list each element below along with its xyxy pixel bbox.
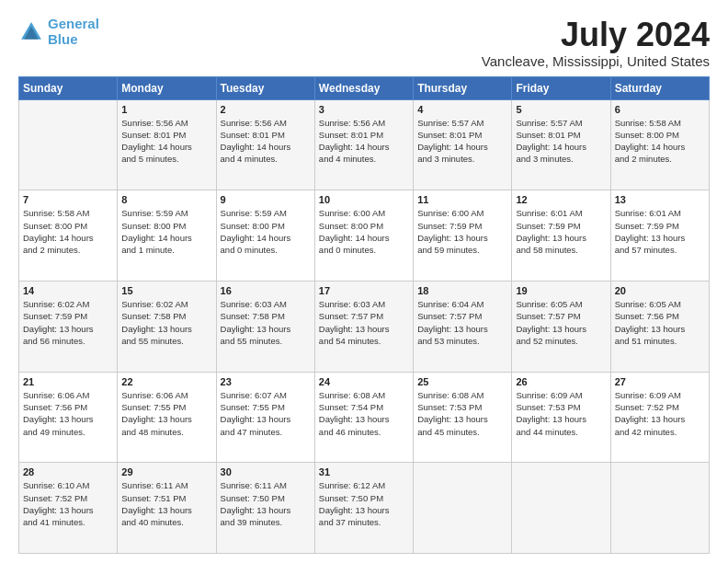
day-number: 15	[121, 285, 211, 296]
day-info: Sunrise: 5:57 AM Sunset: 8:01 PM Dayligh…	[417, 117, 507, 166]
day-number: 30	[221, 466, 311, 477]
day-info: Sunrise: 6:03 AM Sunset: 7:58 PM Dayligh…	[221, 298, 311, 347]
day-number: 5	[516, 104, 606, 115]
day-info: Sunrise: 5:59 AM Sunset: 8:00 PM Dayligh…	[221, 207, 311, 256]
day-info: Sunrise: 6:09 AM Sunset: 7:53 PM Dayligh…	[516, 389, 606, 438]
calendar-cell: 13Sunrise: 6:01 AM Sunset: 7:59 PM Dayli…	[610, 190, 709, 282]
logo-icon	[18, 19, 44, 45]
calendar-cell: 7Sunrise: 5:58 AM Sunset: 8:00 PM Daylig…	[19, 190, 118, 282]
calendar-cell: 26Sunrise: 6:09 AM Sunset: 7:53 PM Dayli…	[512, 372, 610, 463]
main-title: July 2024	[482, 17, 710, 53]
day-number: 18	[417, 285, 507, 296]
day-info: Sunrise: 5:56 AM Sunset: 8:01 PM Dayligh…	[221, 117, 311, 166]
calendar-cell: 25Sunrise: 6:08 AM Sunset: 7:53 PM Dayli…	[414, 372, 512, 463]
calendar-cell	[19, 99, 118, 190]
logo-line2: Blue	[48, 31, 78, 47]
day-info: Sunrise: 6:11 AM Sunset: 7:51 PM Dayligh…	[121, 479, 211, 528]
day-number: 1	[121, 104, 211, 115]
day-number: 12	[516, 194, 606, 205]
day-number: 26	[516, 376, 606, 387]
calendar-cell: 15Sunrise: 6:02 AM Sunset: 7:58 PM Dayli…	[118, 281, 216, 372]
header: General Blue July 2024 Vancleave, Missis…	[18, 17, 710, 69]
calendar-cell: 2Sunrise: 5:56 AM Sunset: 8:01 PM Daylig…	[216, 99, 314, 190]
calendar-cell: 24Sunrise: 6:08 AM Sunset: 7:54 PM Dayli…	[314, 372, 413, 463]
day-info: Sunrise: 5:57 AM Sunset: 8:01 PM Dayligh…	[516, 117, 606, 166]
day-info: Sunrise: 6:05 AM Sunset: 7:56 PM Dayligh…	[615, 298, 705, 347]
calendar-cell: 17Sunrise: 6:03 AM Sunset: 7:57 PM Dayli…	[314, 281, 413, 372]
calendar-week-row: 14Sunrise: 6:02 AM Sunset: 7:59 PM Dayli…	[19, 281, 710, 372]
day-info: Sunrise: 6:07 AM Sunset: 7:55 PM Dayligh…	[221, 389, 311, 438]
day-header-row: SundayMondayTuesdayWednesdayThursdayFrid…	[19, 76, 710, 99]
calendar-cell: 5Sunrise: 5:57 AM Sunset: 8:01 PM Daylig…	[512, 99, 610, 190]
logo-line1: General	[48, 16, 99, 31]
calendar-cell: 9Sunrise: 5:59 AM Sunset: 8:00 PM Daylig…	[216, 190, 314, 282]
day-number: 6	[615, 104, 705, 115]
day-number: 28	[23, 466, 113, 477]
day-info: Sunrise: 5:58 AM Sunset: 8:00 PM Dayligh…	[23, 207, 113, 256]
day-info: Sunrise: 6:09 AM Sunset: 7:52 PM Dayligh…	[615, 389, 705, 438]
day-number: 20	[615, 285, 705, 296]
day-info: Sunrise: 6:08 AM Sunset: 7:53 PM Dayligh…	[417, 389, 507, 438]
page: General Blue July 2024 Vancleave, Missis…	[0, 0, 728, 563]
calendar-cell: 20Sunrise: 6:05 AM Sunset: 7:56 PM Dayli…	[610, 281, 709, 372]
day-number: 8	[121, 194, 211, 205]
calendar-cell: 28Sunrise: 6:10 AM Sunset: 7:52 PM Dayli…	[19, 463, 118, 554]
calendar-cell: 18Sunrise: 6:04 AM Sunset: 7:57 PM Dayli…	[414, 281, 512, 372]
day-number: 27	[615, 376, 705, 387]
calendar-cell: 12Sunrise: 6:01 AM Sunset: 7:59 PM Dayli…	[512, 190, 610, 282]
calendar-week-row: 1Sunrise: 5:56 AM Sunset: 8:01 PM Daylig…	[19, 99, 710, 190]
day-info: Sunrise: 6:12 AM Sunset: 7:50 PM Dayligh…	[319, 479, 409, 528]
day-of-week-header: Tuesday	[216, 76, 314, 99]
day-info: Sunrise: 6:06 AM Sunset: 7:56 PM Dayligh…	[23, 389, 113, 438]
day-info: Sunrise: 6:01 AM Sunset: 7:59 PM Dayligh…	[516, 207, 606, 256]
calendar-cell: 10Sunrise: 6:00 AM Sunset: 8:00 PM Dayli…	[314, 190, 413, 282]
day-of-week-header: Monday	[118, 76, 216, 99]
day-number: 14	[23, 285, 113, 296]
day-number: 13	[615, 194, 705, 205]
day-of-week-header: Thursday	[414, 76, 512, 99]
calendar-cell: 27Sunrise: 6:09 AM Sunset: 7:52 PM Dayli…	[610, 372, 709, 463]
calendar-cell	[414, 463, 512, 554]
day-number: 17	[319, 285, 409, 296]
calendar-table: SundayMondayTuesdayWednesdayThursdayFrid…	[18, 76, 710, 554]
day-number: 9	[221, 194, 311, 205]
day-number: 24	[319, 376, 409, 387]
calendar-cell: 4Sunrise: 5:57 AM Sunset: 8:01 PM Daylig…	[414, 99, 512, 190]
day-number: 22	[121, 376, 211, 387]
day-info: Sunrise: 6:04 AM Sunset: 7:57 PM Dayligh…	[417, 298, 507, 347]
day-info: Sunrise: 5:58 AM Sunset: 8:00 PM Dayligh…	[615, 117, 705, 166]
calendar-cell: 11Sunrise: 6:00 AM Sunset: 7:59 PM Dayli…	[414, 190, 512, 282]
calendar-cell: 6Sunrise: 5:58 AM Sunset: 8:00 PM Daylig…	[610, 99, 709, 190]
calendar-cell: 16Sunrise: 6:03 AM Sunset: 7:58 PM Dayli…	[216, 281, 314, 372]
day-info: Sunrise: 5:56 AM Sunset: 8:01 PM Dayligh…	[319, 117, 409, 166]
day-number: 11	[417, 194, 507, 205]
day-of-week-header: Sunday	[19, 76, 118, 99]
day-number: 29	[121, 466, 211, 477]
calendar-cell	[610, 463, 709, 554]
day-number: 7	[23, 194, 113, 205]
day-info: Sunrise: 6:06 AM Sunset: 7:55 PM Dayligh…	[121, 389, 211, 438]
day-number: 10	[319, 194, 409, 205]
day-info: Sunrise: 6:01 AM Sunset: 7:59 PM Dayligh…	[615, 207, 705, 256]
day-of-week-header: Wednesday	[314, 76, 413, 99]
calendar-cell: 14Sunrise: 6:02 AM Sunset: 7:59 PM Dayli…	[19, 281, 118, 372]
calendar-week-row: 7Sunrise: 5:58 AM Sunset: 8:00 PM Daylig…	[19, 190, 710, 282]
day-info: Sunrise: 6:08 AM Sunset: 7:54 PM Dayligh…	[319, 389, 409, 438]
calendar-cell: 23Sunrise: 6:07 AM Sunset: 7:55 PM Dayli…	[216, 372, 314, 463]
day-info: Sunrise: 6:10 AM Sunset: 7:52 PM Dayligh…	[23, 479, 113, 528]
calendar-cell	[512, 463, 610, 554]
calendar-week-row: 21Sunrise: 6:06 AM Sunset: 7:56 PM Dayli…	[19, 372, 710, 463]
day-info: Sunrise: 6:00 AM Sunset: 7:59 PM Dayligh…	[417, 207, 507, 256]
day-number: 19	[516, 285, 606, 296]
day-info: Sunrise: 6:03 AM Sunset: 7:57 PM Dayligh…	[319, 298, 409, 347]
day-number: 21	[23, 376, 113, 387]
day-info: Sunrise: 5:56 AM Sunset: 8:01 PM Dayligh…	[121, 117, 211, 166]
calendar-cell: 22Sunrise: 6:06 AM Sunset: 7:55 PM Dayli…	[118, 372, 216, 463]
calendar-week-row: 28Sunrise: 6:10 AM Sunset: 7:52 PM Dayli…	[19, 463, 710, 554]
day-number: 23	[221, 376, 311, 387]
day-of-week-header: Friday	[512, 76, 610, 99]
day-number: 16	[221, 285, 311, 296]
title-block: July 2024 Vancleave, Mississippi, United…	[482, 17, 710, 69]
day-info: Sunrise: 6:05 AM Sunset: 7:57 PM Dayligh…	[516, 298, 606, 347]
day-number: 4	[417, 104, 507, 115]
